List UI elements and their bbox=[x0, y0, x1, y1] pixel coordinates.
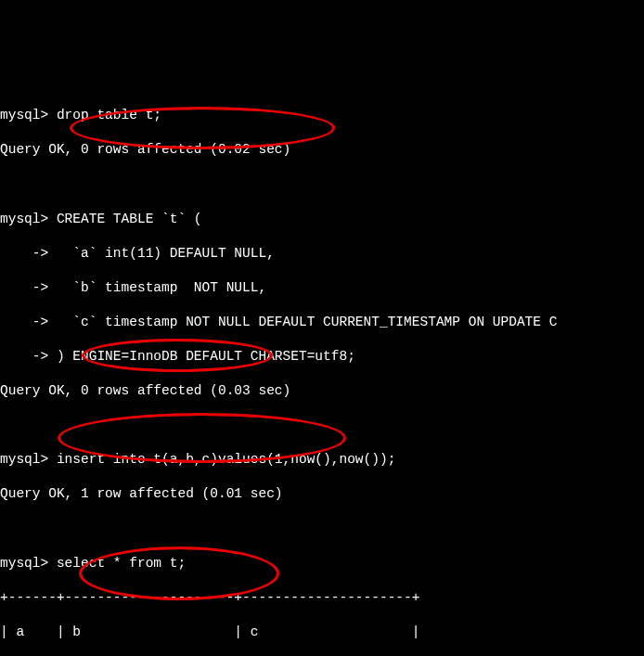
line-create-result: Query OK, 0 rows affected (0.03 sec) bbox=[0, 382, 644, 400]
line-col-a: -> `a` int(11) DEFAULT NULL, bbox=[0, 245, 644, 263]
line-engine: -> ) ENGINE=InnoDB DEFAULT CHARSET=utf8; bbox=[0, 348, 644, 366]
line-drop-table: mysql> drop table t; bbox=[0, 107, 644, 124]
line-tbl1-border-top: +------+---------------------+----------… bbox=[0, 589, 644, 607]
line-blank-3 bbox=[0, 520, 644, 537]
terminal-output: mysql> drop table t; Query OK, 0 rows af… bbox=[0, 86, 644, 656]
line-insert: mysql> insert into t(a,b,c)values(1,now(… bbox=[0, 451, 644, 469]
line-col-b: -> `b` timestamp NOT NULL, bbox=[0, 279, 644, 297]
line-col-c: -> `c` timestamp NOT NULL DEFAULT CURREN… bbox=[0, 314, 644, 331]
line-select-1: mysql> select * from t; bbox=[0, 555, 644, 572]
line-blank-2 bbox=[0, 417, 644, 434]
line-insert-result: Query OK, 1 row affected (0.01 sec) bbox=[0, 485, 644, 503]
line-tbl1-header: | a | b | c | bbox=[0, 624, 644, 641]
line-drop-result: Query OK, 0 rows affected (0.02 sec) bbox=[0, 141, 644, 159]
line-create-table: mysql> CREATE TABLE `t` ( bbox=[0, 211, 644, 228]
line-blank bbox=[0, 175, 644, 193]
